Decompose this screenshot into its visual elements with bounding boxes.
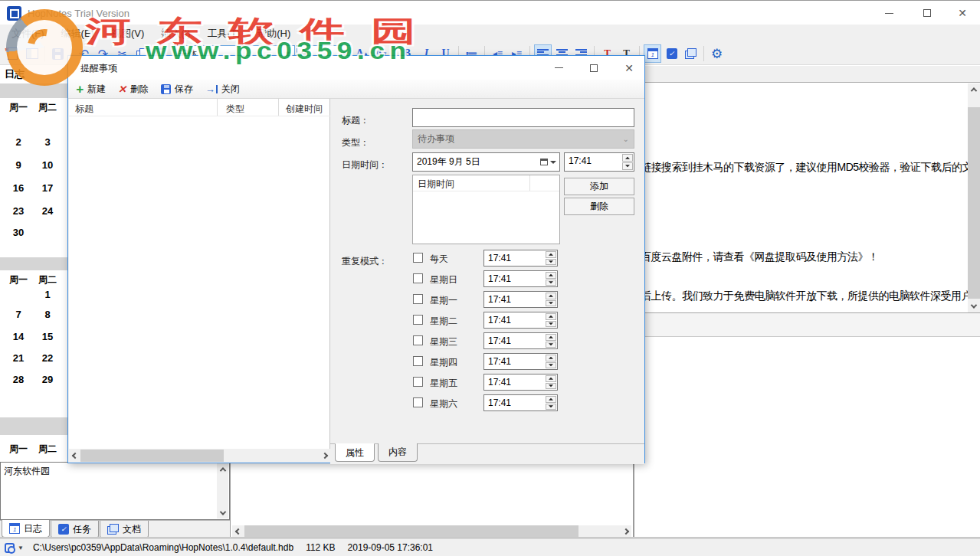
checkbox-monday[interactable] [413, 294, 423, 304]
checkbox-saturday[interactable] [413, 397, 423, 407]
calendar-day[interactable]: 3 [34, 136, 61, 148]
scrollbar-thumb[interactable] [80, 450, 224, 462]
calendar-day[interactable]: 1 [34, 289, 61, 300]
calendar-day[interactable]: 14 [5, 331, 32, 342]
calendar-day[interactable]: 29 [34, 374, 61, 385]
calendar-day[interactable]: 17 [34, 182, 61, 194]
new-note-button[interactable] [4, 44, 21, 63]
date-picker[interactable]: 2019年 9月 5日 [412, 152, 560, 172]
datetime-list[interactable]: 日期时间 [412, 175, 560, 244]
spin-down-icon[interactable] [546, 280, 556, 286]
tasks-view-button[interactable]: ✓ [663, 44, 680, 63]
spin-down-icon[interactable] [546, 300, 556, 307]
menu-view[interactable]: 视图(V) [103, 25, 152, 43]
scroll-left-button[interactable] [232, 525, 244, 537]
column-header-created[interactable]: 创建时间 [286, 103, 323, 116]
spinner-buttons[interactable] [545, 333, 557, 348]
spinner-buttons[interactable] [545, 312, 557, 328]
spin-up-icon[interactable] [546, 272, 556, 279]
save-reminder-button[interactable]: 保存 [161, 83, 193, 96]
settings-button[interactable]: ⚙ [708, 44, 726, 63]
close-dialog-button[interactable]: →关闭 [205, 83, 240, 96]
scroll-right-button[interactable] [620, 525, 631, 537]
tab-documents[interactable]: 文档 [100, 521, 149, 538]
scroll-down-button[interactable] [217, 507, 228, 518]
menu-file[interactable]: 文件(F) [3, 25, 53, 43]
spin-down-icon[interactable] [546, 362, 556, 369]
spinner-buttons[interactable] [545, 271, 557, 286]
spin-down-icon[interactable] [546, 404, 556, 410]
delete-reminder-button[interactable]: ✕删除 [118, 83, 149, 96]
calendar-day[interactable]: 28 [5, 374, 32, 385]
scroll-up-button[interactable] [968, 83, 980, 96]
repeat-time-spinner[interactable]: 17:41 [483, 291, 558, 308]
dialog-close-button[interactable]: ✕ [614, 56, 644, 80]
column-header-type[interactable]: 类型 [226, 103, 244, 116]
checkbox-everyday[interactable] [413, 253, 423, 263]
tab-tasks[interactable]: ✓任务 [51, 521, 99, 538]
documents-view-button[interactable] [682, 44, 700, 63]
calendar-day[interactable]: 22 [34, 352, 61, 364]
spin-down-icon[interactable] [546, 321, 556, 328]
spin-up-icon[interactable] [546, 334, 556, 341]
spin-up-icon[interactable] [546, 313, 556, 320]
checkbox-tuesday[interactable] [413, 315, 423, 325]
checkbox-sunday[interactable] [413, 273, 423, 283]
spin-down-icon[interactable] [546, 383, 556, 390]
calendar-day[interactable]: 10 [34, 159, 61, 171]
spinner-buttons[interactable] [545, 374, 557, 390]
repeat-time-spinner[interactable]: 17:41 [483, 394, 558, 411]
minimize-button[interactable] [871, 1, 906, 25]
dialog-maximize-button[interactable] [578, 56, 609, 80]
list-item[interactable]: 河东软件园 [4, 465, 50, 478]
checkbox-friday[interactable] [413, 377, 423, 387]
menu-edit[interactable]: 编辑(E) [53, 25, 103, 43]
column-header-title[interactable]: 标题 [75, 103, 93, 116]
dialog-minimize-button[interactable] [543, 56, 574, 80]
maximize-button[interactable] [910, 1, 945, 25]
tab-journal[interactable]: 日志 [2, 520, 50, 538]
scroll-left-button[interactable] [69, 450, 80, 462]
reminder-title-input[interactable] [412, 108, 634, 127]
notes-scrollbar[interactable] [217, 463, 228, 518]
menu-insert[interactable]: 插入(I) [152, 25, 198, 43]
scroll-right-button[interactable] [319, 450, 330, 462]
checkbox-thursday[interactable] [413, 356, 423, 366]
scrollbar-thumb[interactable] [244, 525, 578, 537]
spinner-buttons[interactable] [545, 250, 557, 266]
editor-hscrollbar[interactable] [232, 525, 631, 537]
calendar-day[interactable]: 30 [5, 227, 32, 238]
spinner-buttons[interactable] [545, 292, 557, 307]
calendar-day[interactable]: 9 [5, 159, 32, 171]
spinner-buttons[interactable] [545, 354, 557, 369]
new-reminder-button[interactable]: +新建 [76, 83, 106, 96]
spin-up-icon[interactable] [546, 375, 556, 382]
repeat-time-spinner[interactable]: 17:41 [483, 312, 558, 329]
spin-up-icon[interactable] [546, 396, 556, 403]
repeat-time-spinner[interactable]: 17:41 [483, 270, 558, 287]
save-button[interactable] [49, 44, 67, 63]
spin-down-icon[interactable] [622, 162, 633, 170]
add-datetime-button[interactable]: 添加 [564, 178, 634, 195]
calendar-day[interactable]: 23 [5, 205, 32, 217]
database-menu-button[interactable]: ▼ [5, 543, 24, 553]
calendar-day[interactable]: 21 [5, 352, 32, 364]
spin-up-icon[interactable] [546, 251, 556, 258]
repeat-time-spinner[interactable]: 17:41 [483, 332, 558, 349]
spinner-buttons[interactable] [621, 153, 634, 171]
remove-datetime-button[interactable]: 删除 [564, 198, 634, 215]
spin-down-icon[interactable] [546, 259, 556, 266]
spin-up-icon[interactable] [546, 355, 556, 361]
repeat-time-spinner[interactable]: 17:41 [483, 374, 558, 391]
checkbox-wednesday[interactable] [413, 335, 423, 345]
scroll-down-button[interactable] [968, 300, 980, 312]
time-spinner[interactable]: 17:41 [564, 152, 634, 172]
calendar-day[interactable]: 24 [34, 205, 61, 217]
calendar-day[interactable]: 8 [34, 309, 61, 320]
tab-properties[interactable]: 属性 [335, 443, 375, 462]
calendar-day[interactable]: 2 [5, 136, 32, 148]
spin-up-icon[interactable] [546, 293, 556, 299]
scrollbar-thumb[interactable] [968, 107, 980, 299]
tab-content[interactable]: 内容 [378, 443, 418, 462]
repeat-time-spinner[interactable]: 17:41 [483, 250, 558, 267]
